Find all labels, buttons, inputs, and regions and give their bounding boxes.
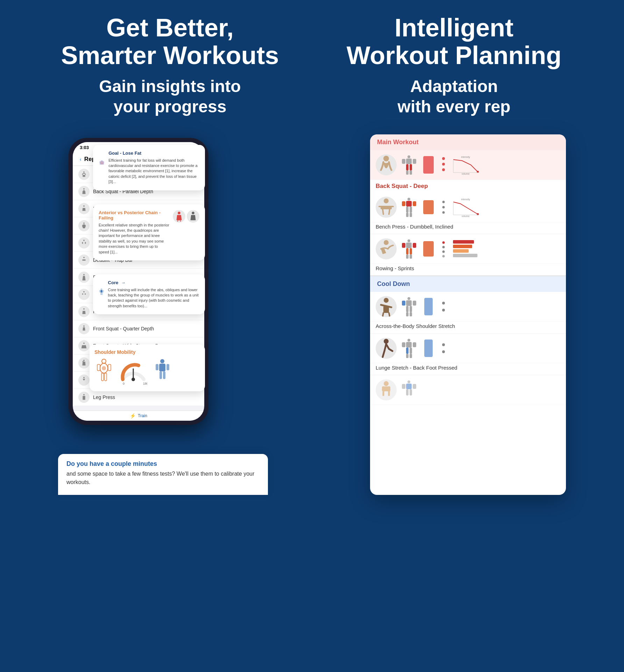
list-item[interactable]: Goblet Split Squat bbox=[73, 355, 204, 372]
muscle-map-shoulder-stretch bbox=[399, 296, 419, 317]
exercise-icon bbox=[78, 237, 90, 248]
exercise-dots-rowing bbox=[438, 238, 449, 259]
list-item[interactable]: Front Squat - Deep bbox=[73, 269, 204, 286]
list-item[interactable]: Crossover Step-Ups bbox=[73, 234, 204, 252]
nav-header: ‹ Replace Exercise bbox=[73, 153, 204, 166]
svg-rect-76 bbox=[423, 200, 434, 214]
exercise-row-rowing[interactable] bbox=[370, 234, 566, 264]
phone-left-container: 3:03 ●● ▲ 📶 🔋 ‹ Replace Exercise bbox=[58, 127, 268, 495]
main-area: 3:03 ●● ▲ 📶 🔋 ‹ Replace Exercise bbox=[0, 127, 624, 495]
exercise-name: Deadlift - Trap Bar bbox=[93, 257, 133, 263]
exercise-row-partial[interactable] bbox=[370, 375, 566, 405]
svg-rect-102 bbox=[406, 300, 412, 306]
svg-rect-69 bbox=[406, 201, 412, 206]
signal-icons: ●● ▲ 📶 🔋 bbox=[172, 145, 197, 150]
svg-rect-117 bbox=[406, 348, 409, 354]
bottom-fitness-panel: Do you have a couple minutes and some sp… bbox=[58, 454, 268, 495]
exercise-name: Back Squat - Parallel Depth bbox=[93, 189, 153, 194]
lunge-label: Lunge Stretch - Back Foot Pressed bbox=[370, 363, 566, 375]
svg-rect-100 bbox=[383, 306, 389, 313]
cool-down-header: Cool Down bbox=[370, 276, 566, 292]
bench-press-label: Bench Press - Dumbbell, Inclined bbox=[370, 222, 566, 234]
exercise-bar-bench bbox=[421, 197, 435, 218]
exercise-name: Front Squat - Kettlebells bbox=[93, 292, 146, 297]
exercise-icon bbox=[78, 186, 90, 197]
svg-point-77 bbox=[442, 201, 445, 203]
list-item[interactable]: Front Squat - Kettlebells bbox=[73, 286, 204, 303]
svg-rect-121 bbox=[424, 340, 433, 357]
svg-point-17 bbox=[83, 394, 85, 395]
header-left-main-title: Get Better, Smarter Workouts bbox=[48, 14, 292, 69]
svg-rect-116 bbox=[413, 342, 416, 347]
back-button[interactable]: ‹ bbox=[80, 156, 81, 162]
exercise-photo-shoulder bbox=[376, 296, 397, 317]
svg-rect-72 bbox=[406, 206, 409, 213]
squat-person-icon bbox=[376, 154, 397, 175]
svg-point-13 bbox=[83, 342, 85, 344]
exercise-icon bbox=[78, 306, 90, 317]
exercise-photo-squat bbox=[376, 154, 397, 175]
svg-rect-89 bbox=[413, 243, 416, 248]
train-tab[interactable]: ⚡ Train bbox=[73, 411, 204, 421]
exercise-name: Front Squat - Deep bbox=[93, 274, 135, 280]
phone-screen-left: 3:03 ●● ▲ 📶 🔋 ‹ Replace Exercise bbox=[73, 142, 204, 421]
list-item[interactable]: Leg Press bbox=[73, 389, 204, 406]
svg-rect-87 bbox=[406, 243, 412, 248]
fitness-text: and some space to take a few fitness tes… bbox=[66, 470, 260, 486]
list-item[interactable]: Back Squat - Parallel Depth bbox=[73, 183, 204, 200]
exercise-dots-squat bbox=[438, 154, 449, 175]
exercise-row-lunge[interactable] bbox=[370, 334, 566, 363]
svg-point-15 bbox=[83, 361, 84, 362]
list-item[interactable]: Cossack Squats bbox=[73, 217, 204, 234]
svg-rect-50 bbox=[406, 159, 412, 164]
header-right-sub-title: Adaptation with every rep bbox=[332, 76, 576, 117]
exercise-row-back-squat[interactable]: intensity volume bbox=[370, 150, 566, 180]
intensity-graph-bench: intensity volume bbox=[452, 197, 481, 218]
svg-rect-55 bbox=[406, 170, 409, 175]
exercise-photo-partial bbox=[376, 379, 397, 400]
exercise-dots-bench bbox=[438, 197, 449, 218]
svg-point-86 bbox=[407, 239, 410, 242]
list-item[interactable]: Front Squat - Wide Stance - Pa... bbox=[73, 337, 204, 355]
svg-point-59 bbox=[442, 163, 445, 166]
svg-point-9 bbox=[82, 293, 84, 295]
time-display: 3:03 bbox=[80, 145, 89, 150]
svg-rect-18 bbox=[83, 396, 85, 400]
exercise-name: Crossover Step-Ups bbox=[93, 240, 137, 246]
exercise-icon bbox=[78, 220, 90, 231]
list-item[interactable]: Jump Shrug bbox=[73, 372, 204, 389]
svg-rect-104 bbox=[413, 301, 416, 306]
svg-point-96 bbox=[442, 246, 445, 248]
svg-point-124 bbox=[384, 381, 389, 386]
header-right: Intelligent Workout Planning Adaptation … bbox=[332, 14, 576, 117]
svg-rect-130 bbox=[406, 389, 409, 396]
rowing-label: Rowing - Sprints bbox=[370, 264, 566, 276]
list-item[interactable]: Deadlift - Trap Bar bbox=[73, 252, 204, 269]
exercise-bar-lunge bbox=[421, 338, 435, 359]
exercise-row-shoulder-stretch[interactable] bbox=[370, 292, 566, 322]
svg-point-7 bbox=[83, 274, 85, 275]
svg-rect-54 bbox=[410, 164, 412, 170]
svg-point-97 bbox=[442, 250, 445, 253]
train-label: Train bbox=[138, 413, 147, 418]
exercise-row-bench[interactable]: intensity volume bbox=[370, 192, 566, 222]
svg-point-10 bbox=[85, 293, 86, 295]
svg-point-0 bbox=[83, 171, 85, 173]
list-item[interactable]: Front Squat - Quarter Depth bbox=[73, 320, 204, 337]
svg-rect-92 bbox=[406, 254, 409, 259]
svg-rect-120 bbox=[410, 354, 412, 358]
lunge-icon bbox=[376, 338, 397, 359]
exercise-name: Front Squat - Parallel Depth bbox=[93, 309, 154, 314]
exercise-photo-lunge bbox=[376, 338, 397, 359]
phone-device-left: 3:03 ●● ▲ 📶 🔋 ‹ Replace Exercise bbox=[69, 138, 208, 425]
muscle-map-partial bbox=[399, 379, 419, 400]
svg-rect-106 bbox=[410, 306, 412, 312]
exercise-name: Leg Press bbox=[93, 394, 115, 400]
svg-point-123 bbox=[442, 350, 445, 353]
fitness-question: Do you have a couple minutes bbox=[66, 460, 260, 468]
exercise-icon bbox=[78, 272, 90, 283]
list-item[interactable]: Front Squat - Parallel Depth bbox=[73, 303, 204, 320]
list-item[interactable]: Across-The-Body Step-Ups bbox=[73, 166, 204, 183]
list-item[interactable]: Back Squat - Quarter Depth bbox=[73, 200, 204, 217]
exercise-name: Across-The-Body Step-Ups bbox=[93, 172, 153, 177]
